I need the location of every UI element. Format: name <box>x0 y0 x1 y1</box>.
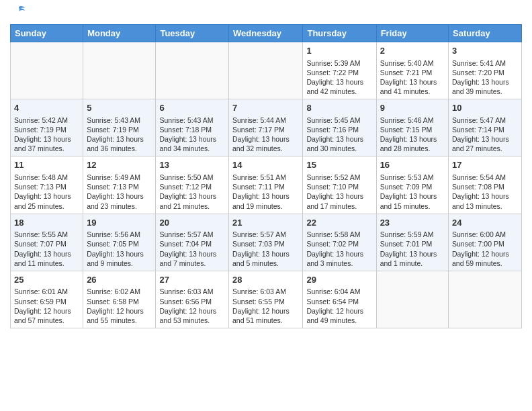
day-number: 11 <box>14 159 79 171</box>
day-info: Daylight: 12 hours <box>87 306 152 316</box>
calendar-header-sunday: Sunday <box>11 25 83 42</box>
day-info: and 19 minutes. <box>232 201 299 211</box>
day-number: 24 <box>452 217 518 229</box>
day-number: 14 <box>232 159 299 171</box>
calendar-cell: 20Sunrise: 5:57 AMSunset: 7:04 PMDayligh… <box>156 214 229 271</box>
day-number: 13 <box>159 159 225 171</box>
day-info: and 37 minutes. <box>14 144 79 153</box>
calendar-cell: 21Sunrise: 5:57 AMSunset: 7:03 PMDayligh… <box>229 214 303 271</box>
day-info: Sunset: 7:16 PM <box>306 125 372 134</box>
day-info: Sunrise: 5:52 AM <box>306 173 372 182</box>
day-info: and 42 minutes. <box>306 87 372 96</box>
day-number: 27 <box>159 274 225 286</box>
calendar-header-wednesday: Wednesday <box>229 25 303 42</box>
calendar-cell: 7Sunrise: 5:44 AMSunset: 7:17 PMDaylight… <box>229 99 303 156</box>
calendar-cell <box>11 42 83 99</box>
day-info: Daylight: 13 hours <box>87 191 152 201</box>
day-info: Sunrise: 5:44 AM <box>232 116 299 125</box>
calendar-header-thursday: Thursday <box>303 25 376 42</box>
calendar-cell: 19Sunrise: 5:56 AMSunset: 7:05 PMDayligh… <box>83 214 156 271</box>
day-info: Sunset: 7:20 PM <box>452 68 518 77</box>
day-info: and 5 minutes. <box>232 259 299 268</box>
calendar-week-row: 1Sunrise: 5:39 AMSunset: 7:22 PMDaylight… <box>11 42 522 99</box>
day-number: 26 <box>87 274 152 286</box>
day-info: Sunrise: 5:41 AM <box>452 58 518 68</box>
day-info: Sunrise: 5:43 AM <box>159 116 225 125</box>
day-info: and 32 minutes. <box>232 144 299 153</box>
calendar-cell: 18Sunrise: 5:55 AMSunset: 7:07 PMDayligh… <box>11 214 83 271</box>
calendar-header-saturday: Saturday <box>449 25 522 42</box>
day-info: Sunset: 6:55 PM <box>232 297 299 306</box>
day-info: Sunrise: 5:40 AM <box>380 58 445 68</box>
day-number: 18 <box>14 217 79 229</box>
day-info: Sunrise: 5:51 AM <box>232 173 299 182</box>
day-info: Sunrise: 5:57 AM <box>232 230 299 239</box>
day-info: and 39 minutes. <box>452 87 518 96</box>
day-number: 17 <box>452 159 518 171</box>
day-info: and 1 minute. <box>380 259 445 268</box>
calendar-cell: 8Sunrise: 5:45 AMSunset: 7:16 PMDaylight… <box>303 99 376 156</box>
calendar-cell: 16Sunrise: 5:53 AMSunset: 7:09 PMDayligh… <box>376 156 448 214</box>
day-info: Daylight: 13 hours <box>232 134 299 144</box>
day-number: 10 <box>452 102 518 114</box>
day-info: and 13 minutes. <box>452 201 518 211</box>
day-info: Sunset: 7:18 PM <box>159 125 225 134</box>
calendar-cell: 2Sunrise: 5:40 AMSunset: 7:21 PMDaylight… <box>376 42 448 99</box>
calendar-week-row: 18Sunrise: 5:55 AMSunset: 7:07 PMDayligh… <box>11 214 522 271</box>
day-info: Daylight: 13 hours <box>380 191 445 201</box>
day-info: Sunrise: 5:39 AM <box>306 58 372 68</box>
day-info: Sunset: 7:15 PM <box>380 125 445 134</box>
calendar-cell: 15Sunrise: 5:52 AMSunset: 7:10 PMDayligh… <box>303 156 376 214</box>
calendar-cell <box>83 42 156 99</box>
day-info: Sunrise: 6:03 AM <box>232 287 299 296</box>
calendar-cell: 11Sunrise: 5:48 AMSunset: 7:13 PMDayligh… <box>11 156 83 214</box>
day-info: and 49 minutes. <box>306 316 372 325</box>
day-info: Sunset: 7:19 PM <box>87 125 152 134</box>
day-number: 12 <box>87 159 152 171</box>
day-number: 25 <box>14 274 79 286</box>
day-number: 23 <box>380 217 445 229</box>
day-info: Sunset: 7:10 PM <box>306 182 372 191</box>
calendar-cell: 5Sunrise: 5:43 AMSunset: 7:19 PMDaylight… <box>83 99 156 156</box>
day-info: and 25 minutes. <box>14 201 79 211</box>
calendar-cell: 17Sunrise: 5:54 AMSunset: 7:08 PMDayligh… <box>449 156 522 214</box>
day-info: Sunset: 7:22 PM <box>306 68 372 77</box>
day-info: Sunrise: 5:56 AM <box>87 230 152 239</box>
day-info: Sunrise: 5:54 AM <box>452 173 518 182</box>
day-info: Daylight: 13 hours <box>159 191 225 201</box>
day-info: Daylight: 13 hours <box>380 134 445 144</box>
calendar-table: SundayMondayTuesdayWednesdayThursdayFrid… <box>10 24 522 328</box>
day-info: Daylight: 13 hours <box>452 77 518 87</box>
day-info: Sunset: 7:14 PM <box>452 125 518 134</box>
day-info: and 9 minutes. <box>87 259 152 268</box>
calendar-cell: 9Sunrise: 5:46 AMSunset: 7:15 PMDaylight… <box>376 99 448 156</box>
day-number: 16 <box>380 159 445 171</box>
day-info: Sunset: 7:03 PM <box>232 239 299 248</box>
day-info: Daylight: 13 hours <box>306 249 372 259</box>
day-info: Sunset: 6:59 PM <box>14 297 79 306</box>
day-info: Daylight: 13 hours <box>14 191 79 201</box>
calendar-header-monday: Monday <box>83 25 156 42</box>
day-info: Sunrise: 5:42 AM <box>14 116 79 125</box>
calendar-cell: 22Sunrise: 5:58 AMSunset: 7:02 PMDayligh… <box>303 214 376 271</box>
day-info: Daylight: 13 hours <box>232 191 299 201</box>
day-info: and 28 minutes. <box>380 144 445 153</box>
day-number: 21 <box>232 217 299 229</box>
day-info: Sunrise: 5:55 AM <box>14 230 79 239</box>
day-info: Daylight: 13 hours <box>306 134 372 144</box>
day-info: Daylight: 12 hours <box>452 249 518 259</box>
day-info: Sunset: 7:04 PM <box>159 239 225 248</box>
day-info: Daylight: 13 hours <box>14 249 79 259</box>
day-info: Sunrise: 5:50 AM <box>159 173 225 182</box>
day-info: Sunset: 7:07 PM <box>14 239 79 248</box>
calendar-cell: 4Sunrise: 5:42 AMSunset: 7:19 PMDaylight… <box>11 99 83 156</box>
day-info: Daylight: 13 hours <box>87 134 152 144</box>
day-info: Sunset: 7:05 PM <box>87 239 152 248</box>
day-info: and 41 minutes. <box>380 87 445 96</box>
day-info: Daylight: 13 hours <box>380 249 445 259</box>
day-info: Sunrise: 6:03 AM <box>159 287 225 296</box>
day-number: 6 <box>159 102 225 114</box>
day-info: Daylight: 13 hours <box>306 77 372 87</box>
day-info: and 21 minutes. <box>159 201 225 211</box>
day-info: Sunrise: 5:43 AM <box>87 116 152 125</box>
